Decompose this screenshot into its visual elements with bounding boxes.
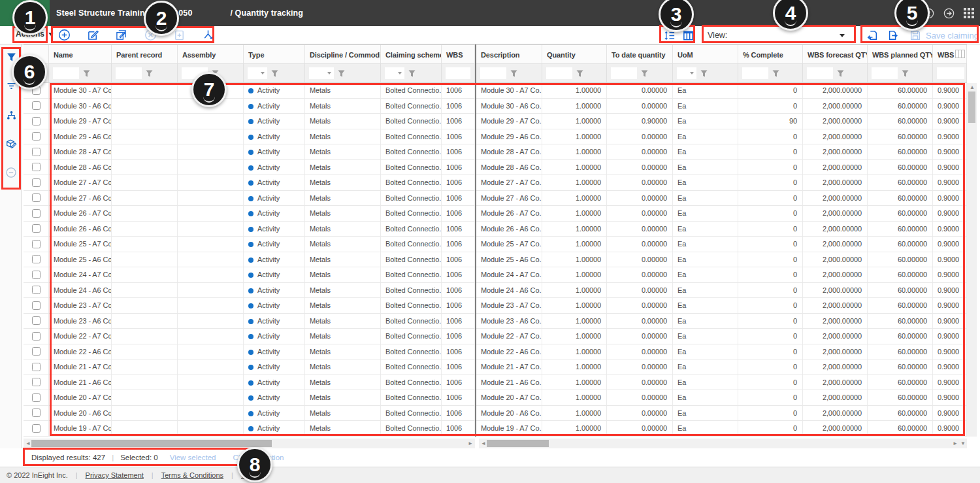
cell-wbs-to[interactable]: 0.9000 [933,175,967,190]
cell-to-date-quantity[interactable]: 0.00000 [607,144,673,159]
column-header-quantity[interactable]: Quantity [542,45,607,63]
row-checkbox[interactable] [32,240,41,248]
cell-wbs-planned-qty[interactable]: 60.00000 [868,283,933,298]
cell-description[interactable]: Module 22 - A6 Co... [476,344,542,359]
cell-claiming-scheme[interactable]: Bolted Connectio... [381,160,442,175]
cell-to-date-quantity[interactable]: 0.00000 [607,252,673,267]
cell-type[interactable]: Activity [244,160,305,175]
filter-select-discipline[interactable] [309,67,334,79]
cell-wbs-forecast-qty[interactable]: 2,000.00000 [803,191,868,206]
cell-wbs-planned-qty[interactable]: 60.00000 [868,144,933,159]
cell-assembly[interactable] [178,129,244,144]
table-row[interactable]: Module 20 - A6 Co...1.000000.00000Ea02,0… [476,406,967,422]
cell-wbs-forecast-qty[interactable]: 2,000.00000 [803,222,868,237]
cell-name[interactable]: Module 23 - A7 Co... [49,298,112,313]
table-row[interactable]: Module 23 - A6 Co...1.000000.00000Ea02,0… [476,314,967,329]
cell-parent-record[interactable] [112,375,178,390]
filter-input-name[interactable] [53,67,79,79]
cell-type[interactable]: Activity [244,314,305,329]
row-checkbox[interactable] [32,347,41,356]
filter-select-uom[interactable] [677,67,696,79]
row-checkbox[interactable] [32,209,41,218]
cell-wbs-planned-qty[interactable]: 60.00000 [868,175,933,190]
cell-parent-record[interactable] [112,175,178,190]
cell-uom[interactable]: Ea [673,160,738,175]
table-row[interactable]: Module 30 - A6 Co...ActivityMetalsBolted… [24,99,475,114]
filter-input-wbs-forecast-qty[interactable] [807,67,833,79]
clear-selection-link[interactable]: Clear Selection [233,454,284,461]
table-row[interactable]: Module 24 - A7 Co...ActivityMetalsBolted… [24,267,475,283]
scroll-down-icon[interactable]: ▼ [960,441,966,446]
cell-uom[interactable]: Ea [673,175,738,190]
cell-assembly[interactable] [178,114,244,129]
cell-parent-record[interactable] [112,329,178,344]
cell-name[interactable]: Module 21 - A7 Co... [49,359,112,375]
cell-assembly[interactable] [178,344,244,359]
cell-name[interactable]: Module 29 - A6 Co... [49,129,112,144]
cell-uom[interactable]: Ea [673,99,738,114]
cell-type[interactable]: Activity [244,359,305,375]
cell-name[interactable]: Module 25 - A6 Co... [49,252,112,267]
table-row[interactable]: Module 26 - A7 Co...ActivityMetalsBolted… [24,206,475,222]
cell-quantity[interactable]: 1.00000 [542,191,607,206]
cell-type[interactable]: Activity [244,421,305,436]
version-link[interactable]: v 22.4 [241,471,261,479]
cell-to-date-quantity[interactable]: 0.00000 [607,344,673,359]
cell-description[interactable]: Module 19 - A7 Co... [476,421,542,436]
cell-uom[interactable]: Ea [673,298,738,313]
cell-wbs-forecast-qty[interactable]: 2,000.00000 [803,329,868,344]
table-row[interactable]: Module 22 - A6 Co...1.000000.00000Ea02,0… [476,344,967,360]
column-header-percent-complete[interactable]: % Complete [738,45,803,63]
cell-discipline[interactable]: Metals [305,421,381,436]
row-checkbox[interactable] [32,316,41,325]
view-select-value[interactable] [732,28,853,42]
cell-description[interactable]: Module 23 - A7 Co... [476,298,542,313]
cell-percent-complete[interactable]: 0 [738,283,803,298]
cell-wbs-forecast-qty[interactable]: 2,000.00000 [803,421,868,436]
cell-quantity[interactable]: 1.00000 [542,375,607,390]
filter-funnel-icon[interactable] [408,70,416,77]
cell-name[interactable]: Module 30 - A7 Co... [49,83,112,98]
cell-uom[interactable]: Ea [673,406,738,421]
cell-parent-record[interactable] [112,83,178,98]
cell-type[interactable]: Activity [244,129,305,144]
cell-quantity[interactable]: 1.00000 [542,114,607,129]
cell-quantity[interactable]: 1.00000 [542,344,607,359]
cell-assembly[interactable] [178,267,244,282]
cell-uom[interactable]: Ea [673,359,738,375]
cell-quantity[interactable]: 1.00000 [542,359,607,375]
row-checkbox[interactable] [32,101,41,110]
cell-wbs[interactable]: 1006 [442,406,475,421]
cell-wbs-planned-qty[interactable]: 60.00000 [868,359,933,375]
cell-description[interactable]: Module 28 - A7 Co... [476,144,542,159]
filter-funnel-icon[interactable] [146,70,153,77]
filter-input-description[interactable] [480,67,506,79]
cell-assembly[interactable] [178,206,244,221]
scroll-up-icon[interactable]: ▲ [970,85,975,90]
cell-uom[interactable]: Ea [673,114,738,129]
bulk-edit-button[interactable] [115,28,128,41]
cell-wbs[interactable]: 1006 [442,375,475,390]
cell-description[interactable]: Module 29 - A6 Co... [476,129,542,144]
sign-out-circle-icon[interactable] [943,7,955,19]
filter-funnel-icon[interactable] [641,70,648,77]
cell-assembly[interactable] [178,406,244,421]
filter-input-assembly[interactable] [182,67,208,79]
cell-wbs-to[interactable]: 0.9000 [933,144,967,159]
main-menu-button[interactable] [0,0,50,26]
cell-quantity[interactable]: 1.00000 [542,144,607,159]
cell-wbs-to[interactable]: 0.9000 [933,222,967,237]
cell-discipline[interactable]: Metals [305,375,381,390]
cell-assembly[interactable] [178,175,244,190]
cell-percent-complete[interactable]: 0 [738,237,803,252]
cell-uom[interactable]: Ea [673,344,738,359]
cell-wbs-to[interactable]: 0.9000 [933,237,967,252]
cell-wbs[interactable]: 1006 [442,206,475,221]
cell-name[interactable]: Module 24 - A7 Co... [49,267,112,282]
cell-to-date-quantity[interactable]: 0.00000 [607,283,673,298]
cell-name[interactable]: Module 25 - A7 Co... [49,237,112,252]
table-row[interactable]: Module 23 - A6 Co...ActivityMetalsBolted… [24,314,475,329]
cell-wbs-forecast-qty[interactable]: 2,000.00000 [803,283,868,298]
cell-description[interactable]: Module 21 - A6 Co... [476,375,542,390]
cell-name[interactable]: Module 27 - A7 Co... [49,175,112,190]
